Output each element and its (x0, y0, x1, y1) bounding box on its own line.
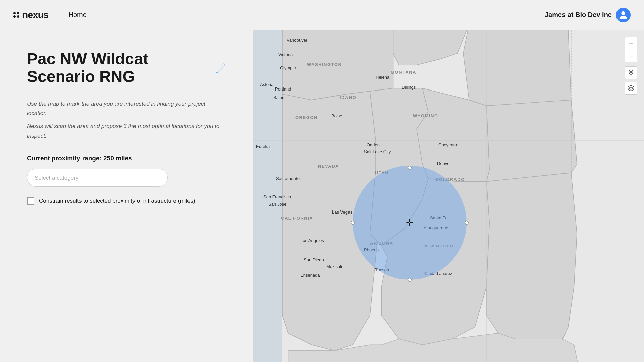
svg-point-25 (630, 71, 632, 72)
user-name: James at Bio Dev Inc (545, 11, 612, 19)
zoom-out-button[interactable]: − (625, 50, 637, 62)
description-1: Use the map to mark the area you are int… (27, 99, 226, 119)
layers-button[interactable] (625, 82, 637, 95)
category-select[interactable]: Select a category (27, 169, 168, 187)
edit-title-button[interactable] (214, 61, 226, 75)
user-avatar[interactable] (616, 8, 631, 22)
svg-rect-1 (253, 30, 282, 362)
zoom-in-button[interactable]: + (625, 37, 637, 50)
project-title-container: Pac NW Wildcat Scenario RNG (27, 50, 226, 86)
checkbox-row: Constrain results to selected proximity … (27, 197, 226, 205)
map-controls: + − (625, 37, 637, 95)
logo[interactable]: nexus (13, 10, 48, 20)
map-panel[interactable]: Vancouver Victoria Olympia Astoria Portl… (253, 30, 644, 362)
project-title: Pac NW Wildcat Scenario RNG (27, 50, 208, 86)
logo-text: nexus (22, 10, 48, 20)
main-layout: Pac NW Wildcat Scenario RNG Use the map … (0, 0, 644, 362)
layers-icon (628, 85, 634, 92)
description-2: Nexus will scan the area and propose 3 t… (27, 122, 226, 141)
move-cursor-icon[interactable]: ✛ (406, 218, 413, 228)
checkbox-label: Constrain results to selected proximity … (39, 197, 197, 205)
user-icon (619, 10, 628, 20)
svg-marker-8 (463, 30, 571, 106)
proximity-label: Current proximity range: 250 miles (27, 155, 226, 162)
location-button[interactable] (625, 66, 637, 79)
user-section: James at Bio Dev Inc (545, 8, 631, 22)
nav-home-link[interactable]: Home (68, 11, 86, 19)
location-icon (628, 69, 634, 76)
logo-dots-icon (13, 12, 19, 18)
header: nexus Home James at Bio Dev Inc (0, 0, 644, 30)
svg-marker-26 (628, 85, 634, 88)
left-panel: Pac NW Wildcat Scenario RNG Use the map … (0, 30, 253, 362)
proximity-checkbox[interactable] (27, 197, 34, 205)
svg-marker-12 (487, 173, 577, 339)
pencil-icon (214, 62, 226, 74)
